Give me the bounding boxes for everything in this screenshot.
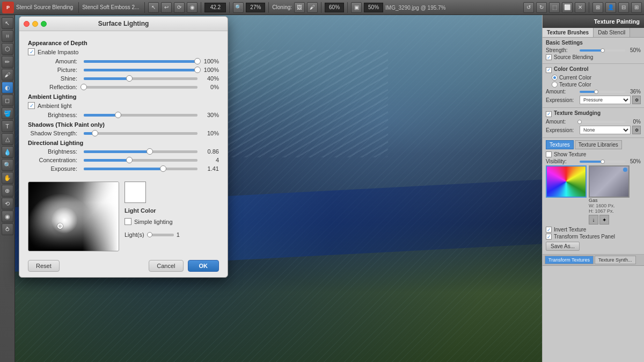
expression-row: Expression: Pressure ⚙ bbox=[546, 96, 641, 104]
concentration-track[interactable] bbox=[84, 159, 197, 162]
directional-section-header: Directional Lighting bbox=[28, 140, 219, 146]
tool-smear[interactable]: ⥁ bbox=[2, 223, 13, 235]
simple-lighting-checkbox[interactable] bbox=[125, 218, 131, 225]
textures-tab-libraries[interactable]: Texture Libraries bbox=[575, 140, 622, 149]
bottom-tab-transform[interactable]: Transform Textures bbox=[545, 256, 594, 264]
texture-star-btn[interactable]: ✦ bbox=[599, 215, 609, 225]
tool-heal[interactable]: ⟲ bbox=[2, 198, 13, 209]
reflection-slider-row: Reflection: 0% bbox=[28, 84, 219, 90]
light-color-swatch[interactable] bbox=[125, 182, 146, 203]
tool-brush[interactable]: 🖌 bbox=[2, 69, 13, 81]
toolbar-icon-5[interactable]: ▣ bbox=[351, 2, 362, 13]
smudge-expression-icon[interactable]: ⚙ bbox=[632, 126, 641, 134]
toolbar-extra-2[interactable]: 👤 bbox=[605, 2, 616, 13]
clone-percent-input[interactable] bbox=[325, 3, 344, 12]
tool-select[interactable]: ↖ bbox=[2, 17, 13, 29]
tab-dab-stencil[interactable]: Dab Stencil bbox=[594, 28, 630, 37]
toolbar-extra-1[interactable]: ⊞ bbox=[592, 2, 603, 13]
picture-slider-label: Picture: bbox=[28, 67, 82, 73]
tool-hand[interactable]: ✋ bbox=[2, 172, 13, 184]
picture-slider-track[interactable] bbox=[84, 69, 197, 71]
tool-transform[interactable]: ⬡ bbox=[2, 43, 13, 55]
tool-paint[interactable]: ✏ bbox=[2, 56, 13, 68]
toolbar-tool-4[interactable]: ◉ bbox=[187, 2, 197, 13]
zoom-percent-input[interactable] bbox=[246, 3, 265, 12]
amount-slider-track[interactable] bbox=[84, 60, 197, 63]
tool-eyedrop[interactable]: 💧 bbox=[2, 146, 13, 158]
color-control-checkbox[interactable] bbox=[546, 67, 552, 73]
current-color-radio[interactable] bbox=[552, 75, 558, 81]
texture-thumb-1-container bbox=[546, 165, 587, 225]
smudge-amount-slider[interactable] bbox=[580, 121, 625, 123]
tool-shape[interactable]: △ bbox=[2, 133, 13, 145]
ambient-brightness-row: Brightness: 30% bbox=[28, 112, 219, 118]
panel-tabs: Texture Brushes Dab Stencil bbox=[543, 28, 644, 38]
ambient-brightness-track[interactable] bbox=[84, 114, 197, 117]
current-color-row: Current Color bbox=[546, 75, 641, 81]
shadow-strength-track[interactable] bbox=[84, 132, 197, 135]
amount-label: Amount: bbox=[546, 89, 578, 95]
texture-download-btn[interactable]: ↓ bbox=[589, 215, 598, 225]
smudge-expression-select[interactable]: None bbox=[580, 126, 631, 134]
toolbar-extra-4[interactable]: ⊞ bbox=[631, 2, 642, 13]
texture-thumb-1[interactable] bbox=[546, 165, 587, 198]
toolbar-extra-3[interactable]: ⊟ bbox=[618, 2, 629, 13]
toolbar-action-4[interactable]: ⬜ bbox=[562, 2, 573, 13]
color-control-section: Color Control Current Color Texture Colo… bbox=[543, 64, 644, 108]
cloning-icon[interactable]: 🖼 bbox=[294, 2, 305, 13]
tool-fill[interactable]: 🪣 bbox=[2, 107, 13, 119]
expression-icon[interactable]: ⚙ bbox=[632, 96, 641, 104]
texture-smudging-checkbox[interactable] bbox=[546, 111, 552, 117]
lights-slider[interactable] bbox=[147, 234, 174, 236]
bottom-tab-synth[interactable]: Texture Synth... bbox=[595, 256, 636, 264]
exposure-track[interactable] bbox=[84, 168, 197, 170]
expression-select[interactable]: Pressure bbox=[580, 96, 631, 104]
toolbar-action-3[interactable]: ⬚ bbox=[549, 2, 560, 13]
strength-slider[interactable] bbox=[580, 49, 625, 52]
toolbar-action-1[interactable]: ↺ bbox=[523, 2, 534, 13]
color-picker-gradient[interactable] bbox=[28, 182, 119, 251]
source-blending-checkbox[interactable] bbox=[546, 54, 552, 60]
ambient-light-checkbox[interactable] bbox=[28, 102, 35, 109]
cancel-button[interactable]: Cancel bbox=[149, 260, 183, 272]
tool-text[interactable]: T bbox=[2, 120, 13, 132]
amount-slider[interactable] bbox=[580, 91, 625, 93]
tool-eraser[interactable]: ◻ bbox=[2, 95, 13, 106]
tab-texture-brushes[interactable]: Texture Brushes bbox=[543, 28, 594, 37]
cloning-icon2[interactable]: 🖌 bbox=[307, 2, 318, 13]
toolbar-tool-3[interactable]: ⟳ bbox=[174, 2, 185, 13]
zoom-value-input[interactable] bbox=[204, 3, 226, 12]
toolbar-tool-1[interactable]: ↖ bbox=[148, 2, 159, 13]
reflection-slider-track[interactable] bbox=[84, 86, 197, 89]
shine-slider-track[interactable] bbox=[84, 77, 197, 80]
save-as-button[interactable]: Save As... bbox=[546, 242, 580, 251]
tl-minimize[interactable] bbox=[32, 21, 38, 27]
texture-thumb-2[interactable] bbox=[589, 165, 630, 198]
left-toolbar: ↖ ⌗ ⬡ ✏ 🖌 ◐ ◻ 🪣 T △ 💧 🔍 ✋ ⊕ ⟲ ◉ ⥁ bbox=[0, 15, 15, 362]
tool-active[interactable]: ◐ bbox=[2, 82, 13, 93]
enable-impasto-checkbox[interactable] bbox=[28, 48, 35, 55]
tool-zoom[interactable]: 🔍 bbox=[2, 159, 13, 171]
toolbar-subtitle: Stencil Soft Emboss 2... bbox=[82, 4, 139, 10]
texture-smudging-title: Texture Smudging bbox=[554, 110, 601, 116]
tool-clone[interactable]: ⊕ bbox=[2, 185, 13, 197]
tl-close[interactable] bbox=[24, 21, 30, 27]
invert-texture-row: Invert Texture bbox=[546, 227, 641, 233]
show-texture-checkbox[interactable] bbox=[546, 151, 552, 157]
transform-textures-checkbox[interactable] bbox=[546, 234, 552, 240]
tool-crop[interactable]: ⌗ bbox=[2, 30, 13, 42]
toolbar-tool-2[interactable]: ↩ bbox=[161, 2, 172, 13]
opacity-percent-input[interactable] bbox=[364, 3, 383, 12]
invert-texture-checkbox[interactable] bbox=[546, 227, 552, 233]
reset-button[interactable]: Reset bbox=[28, 260, 60, 272]
tl-maximize[interactable] bbox=[41, 21, 47, 27]
texture-color-radio[interactable] bbox=[552, 82, 558, 88]
zoom-icon[interactable]: 🔍 bbox=[233, 2, 244, 13]
ok-button[interactable]: OK bbox=[188, 260, 219, 272]
toolbar-action-close[interactable]: ✕ bbox=[575, 2, 586, 13]
visibility-slider[interactable] bbox=[580, 161, 625, 163]
dir-brightness-track[interactable] bbox=[84, 150, 197, 153]
textures-tab-textures[interactable]: Textures bbox=[546, 140, 574, 149]
toolbar-action-2[interactable]: ↻ bbox=[536, 2, 547, 13]
tool-blur[interactable]: ◉ bbox=[2, 211, 13, 222]
